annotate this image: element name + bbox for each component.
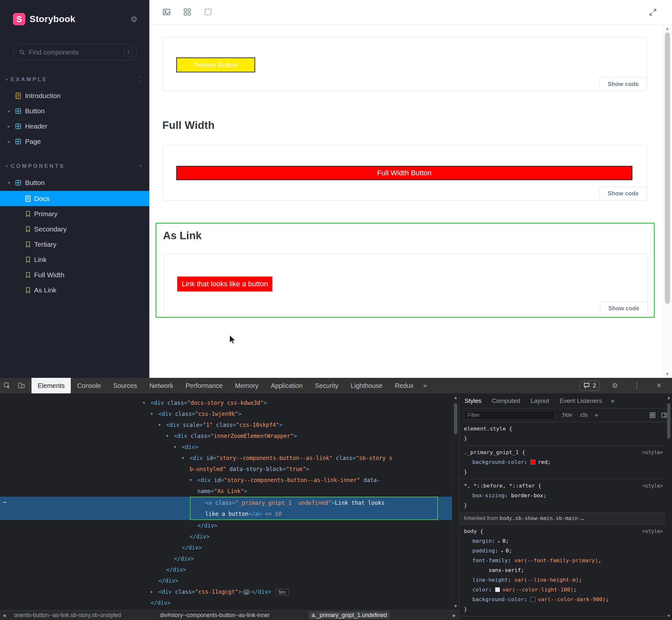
style-source-link[interactable]: <style>: [642, 526, 663, 536]
css-property[interactable]: background-color: red;: [459, 457, 666, 467]
collapse-arrow-icon[interactable]: ▾: [174, 442, 176, 453]
tab-event-listeners[interactable]: Event Listeners: [554, 394, 607, 408]
settings-gear-icon[interactable]: ⚙: [131, 15, 138, 24]
sidebar-item-tertiary[interactable]: Tertiary: [0, 237, 149, 252]
css-property[interactable]: box-sizing: border-box;: [459, 491, 666, 501]
scroll-down-icon[interactable]: ▼: [452, 604, 459, 608]
dom-tree-line[interactable]: ▾<div>: [0, 442, 452, 453]
dom-tree-line[interactable]: ▾<div class="css-1wjen9k">: [0, 408, 452, 419]
css-property[interactable]: color: var(--color-light-100);: [459, 585, 666, 595]
collapse-arrow-icon[interactable]: ▾: [151, 408, 153, 419]
collapse-arrow-icon[interactable]: ▾: [190, 475, 192, 485]
scrollbar-thumb[interactable]: [454, 403, 457, 434]
grid-overlay-icon[interactable]: [649, 412, 656, 418]
element-class-toggle[interactable]: .cls: [579, 412, 587, 418]
scrollbar-thumb[interactable]: [667, 403, 670, 439]
dom-tree-line[interactable]: ▾<div scale="1" class="css-10skpf4">: [0, 419, 452, 430]
dom-tree-line[interactable]: ▾<div class="innerZoomElementWrapper">: [0, 430, 452, 442]
more-tabs-icon[interactable]: »: [420, 382, 430, 390]
new-style-rule-button[interactable]: +: [594, 412, 599, 418]
elements-scrollbar[interactable]: ▲ ▼: [452, 394, 459, 610]
style-source-link[interactable]: <style>: [642, 481, 663, 491]
tab-sources[interactable]: Sources: [107, 378, 143, 394]
color-swatch[interactable]: [530, 460, 535, 465]
fullscreen-icon[interactable]: [649, 8, 657, 16]
measure-outline-icon[interactable]: [204, 8, 212, 16]
collapse-arrow-icon[interactable]: ▾: [143, 397, 145, 408]
grid-icon[interactable]: [183, 8, 192, 16]
dom-tree-line[interactable]: </div>: [0, 520, 452, 531]
css-property[interactable]: line-height: var(--line-height-m);: [459, 575, 666, 585]
tab-performance[interactable]: Performance: [179, 378, 229, 394]
devtools-settings-icon[interactable]: ⚙: [608, 382, 622, 390]
dom-tree-line[interactable]: </div>: [0, 542, 452, 553]
sidebar-item-header[interactable]: ▸ Header: [0, 118, 149, 134]
dom-tree-line[interactable]: </div>: [0, 531, 452, 542]
scroll-down-icon[interactable]: ▼: [666, 614, 672, 618]
dom-tree-line[interactable]: </div>: [0, 575, 452, 586]
css-property[interactable]: padding: ▸0;: [459, 546, 666, 556]
collapse-arrow-icon[interactable]: ▾: [158, 419, 161, 430]
devtools-close-icon[interactable]: ✕: [652, 382, 666, 390]
dom-tree-selected-element[interactable]: ⋯<a class="_primary_gnipt_1 undefined">L…: [0, 497, 452, 520]
tab-network[interactable]: Network: [143, 378, 179, 394]
css-property[interactable]: margin: ▸0;: [459, 536, 666, 546]
color-swatch[interactable]: [495, 587, 500, 592]
scroll-down-icon[interactable]: ▼: [663, 372, 672, 376]
breadcrumb-item[interactable]: div#story--components-button--as-link-in…: [160, 612, 270, 619]
devtools-menu-icon[interactable]: ⋮: [630, 382, 644, 390]
chevron-right-icon[interactable]: ▸: [8, 108, 14, 114]
scroll-up-icon[interactable]: ▲: [663, 26, 672, 31]
expand-all-icon[interactable]: ⌃⌄: [139, 76, 142, 83]
expand-value-icon[interactable]: ▸: [501, 549, 503, 554]
as-link-button[interactable]: Link that looks like a button: [177, 276, 272, 292]
collapse-arrow-icon[interactable]: ▾: [166, 430, 168, 442]
dom-tree-line[interactable]: ▾<div id="story--components-button--as-l…: [0, 453, 452, 464]
collapse-arrow-icon[interactable]: ▾: [182, 453, 184, 464]
tab-lighthouse[interactable]: Lighthouse: [345, 378, 389, 394]
sidebar-item-button-example[interactable]: ▸ Button: [0, 103, 149, 118]
crumbs-scroll-right-icon[interactable]: ▶: [453, 613, 456, 618]
crumbs-scroll-left-icon[interactable]: ◀: [3, 613, 5, 618]
sidebar-item-docs[interactable]: Docs: [0, 191, 149, 206]
scroll-up-icon[interactable]: ▲: [666, 395, 672, 400]
color-swatch[interactable]: [530, 597, 535, 602]
style-source-link[interactable]: <style>: [642, 448, 663, 457]
dom-tree-line[interactable]: b-unstyled" data-story-block="true">: [0, 464, 452, 475]
dom-tree-line[interactable]: name="As Link">: [0, 485, 452, 497]
tab-redux[interactable]: Redux: [389, 378, 420, 394]
section-example[interactable]: ▾ EXAMPLE ⌃⌄: [0, 74, 149, 85]
sidebar-item-primary[interactable]: Primary: [0, 206, 149, 221]
console-messages-badge[interactable]: 2: [579, 381, 600, 391]
flex-badge[interactable]: flex: [275, 589, 289, 595]
tertiary-button[interactable]: Tertiary Button: [176, 57, 255, 72]
tab-elements[interactable]: Elements: [32, 378, 71, 394]
sidebar-item-secondary[interactable]: Secondary: [0, 221, 149, 237]
breadcrumb-item[interactable]: onents-button--as-link.sb-story.sb-unsty…: [14, 612, 121, 619]
scroll-up-icon[interactable]: ▲: [452, 395, 459, 400]
breadcrumb-item-selected[interactable]: a._primary_gnipt_1.undefined: [309, 612, 390, 619]
show-code-button[interactable]: Show code: [599, 77, 647, 91]
dom-tree-line[interactable]: </div>: [0, 553, 452, 564]
selected-row-ellipsis[interactable]: ⋯: [3, 497, 6, 508]
styles-filter-input[interactable]: Filter: [464, 411, 555, 420]
search-input[interactable]: Find components /: [13, 44, 137, 60]
css-property[interactable]: background-color: var(--color-dark-900);: [459, 595, 666, 605]
inherited-body-link[interactable]: body.sb-show-main.sb-main-…: [500, 515, 584, 521]
chevron-right-icon[interactable]: ▸: [8, 139, 14, 145]
canvas-scrollbar[interactable]: ▲ ▼: [662, 25, 672, 378]
dom-tree-line[interactable]: ▸<div class="css-11xgcgt">…</div>flex: [0, 586, 452, 597]
tab-layout[interactable]: Layout: [525, 394, 554, 408]
scrollbar-thumb[interactable]: [665, 33, 670, 304]
show-code-button[interactable]: Show code: [599, 187, 647, 200]
expand-arrow-icon[interactable]: ▸: [151, 586, 153, 597]
show-code-button[interactable]: Show code: [600, 302, 648, 315]
background-icon[interactable]: [162, 8, 171, 16]
section-caret-icon[interactable]: ▾: [6, 77, 8, 82]
pseudo-state-toggle[interactable]: :hov: [561, 412, 572, 418]
tab-security[interactable]: Security: [309, 378, 345, 394]
css-property[interactable]: font-family: var(--font-family-primary),: [459, 556, 666, 565]
styles-scrollbar[interactable]: ▲ ▼: [666, 394, 672, 620]
dom-tree-line[interactable]: ▾<div id="story--components-button--as-l…: [0, 475, 452, 485]
inspect-element-icon[interactable]: [0, 382, 14, 390]
